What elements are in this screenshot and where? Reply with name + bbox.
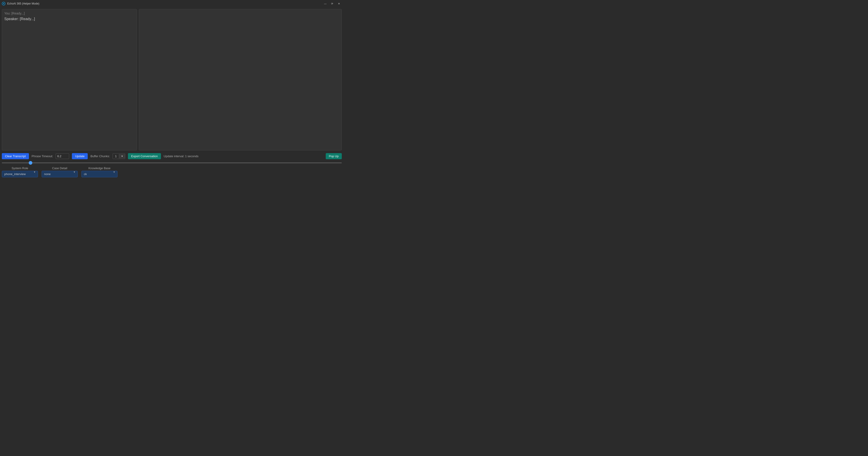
app-icon xyxy=(2,2,5,5)
system-role-select[interactable]: phone_interview customer_support sales g… xyxy=(2,171,38,177)
right-ai-panel xyxy=(139,9,342,150)
case-detail-group: Case Detail none case1 case2 case3 ▼ xyxy=(41,167,78,177)
case-detail-dropdown-container[interactable]: none case1 case2 case3 ▼ xyxy=(41,171,78,177)
export-conversation-button[interactable]: Export Conversation xyxy=(128,153,161,159)
buffer-chunks-label: Buffer Chunks: xyxy=(90,154,110,158)
knowledge-base-group: Knowledge Base ck kb1 kb2 kb3 ▼ xyxy=(81,167,118,177)
system-role-dropdown-container[interactable]: phone_interview customer_support sales g… xyxy=(2,171,38,177)
update-interval-slider[interactable] xyxy=(2,163,342,163)
window-controls: — ⟳ ✕ xyxy=(322,2,342,6)
left-transcript-panel: You: [Ready...] Speaker: [Ready...] xyxy=(2,9,137,150)
minimize-button[interactable]: — xyxy=(322,2,328,6)
update-interval-text: Update interval: 1 seconds xyxy=(164,154,198,158)
controls-row: Clear Transcript Phrase Timeout: Update … xyxy=(2,152,342,160)
phrase-timeout-label: Phrase Timeout: xyxy=(32,154,53,158)
knowledge-base-dropdown-container[interactable]: ck kb1 kb2 kb3 ▼ xyxy=(81,171,118,177)
slider-row xyxy=(2,162,342,164)
case-detail-label: Case Detail xyxy=(41,167,78,170)
main-content: You: [Ready...] Speaker: [Ready...] Clea… xyxy=(0,7,344,181)
speaker-status: Speaker: [Ready...] xyxy=(4,17,134,21)
restore-button[interactable]: ⟳ xyxy=(329,2,335,6)
close-button[interactable]: ✕ xyxy=(336,2,342,6)
pop-up-button[interactable]: Pop Up xyxy=(326,153,342,159)
app-title: EchoAI 365 (Helper Mode) xyxy=(7,2,39,5)
titlebar-left: EchoAI 365 (Helper Mode) xyxy=(2,2,39,5)
dropdowns-row: System Role phone_interview customer_sup… xyxy=(2,166,342,179)
update-button[interactable]: Update xyxy=(72,153,88,159)
system-role-label: System Role xyxy=(2,167,38,170)
buffer-chunks-arrow[interactable]: ▼ xyxy=(119,154,125,158)
case-detail-select[interactable]: none case1 case2 case3 xyxy=(41,171,78,177)
knowledge-base-select[interactable]: ck kb1 kb2 kb3 xyxy=(81,171,118,177)
system-role-group: System Role phone_interview customer_sup… xyxy=(2,167,38,177)
knowledge-base-label: Knowledge Base xyxy=(81,167,118,170)
panels-row: You: [Ready...] Speaker: [Ready...] xyxy=(2,9,342,150)
controls-area: Clear Transcript Phrase Timeout: Update … xyxy=(2,152,342,179)
phrase-timeout-input[interactable] xyxy=(56,153,69,159)
buffer-chunks-dropdown[interactable]: 1 ▼ xyxy=(113,153,125,159)
you-status: You: [Ready...] xyxy=(4,11,134,15)
buffer-chunks-value: 1 xyxy=(113,153,119,159)
clear-transcript-button[interactable]: Clear Transcript xyxy=(2,153,29,159)
titlebar: EchoAI 365 (Helper Mode) — ⟳ ✕ xyxy=(0,0,344,7)
